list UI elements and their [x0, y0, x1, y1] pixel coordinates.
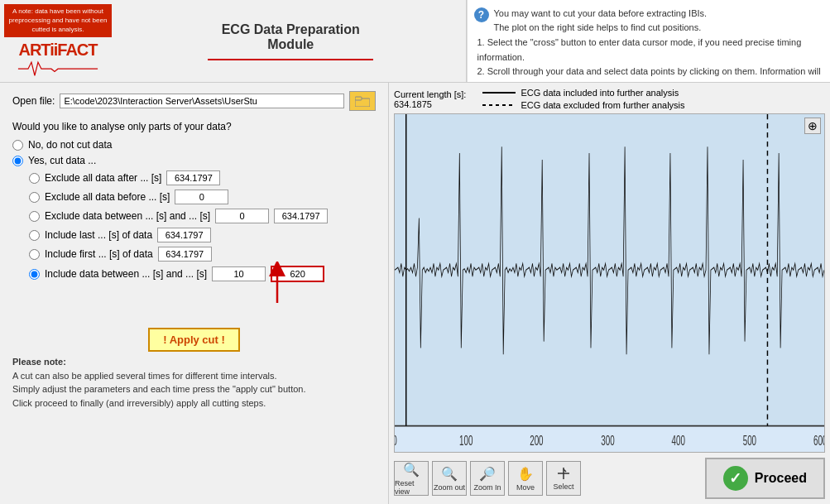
proceed-label: Proceed [755, 471, 807, 486]
option-exclude-between[interactable]: Exclude data between ... [s] and ... [s] [29, 209, 376, 223]
open-file-label: Open file: [12, 95, 55, 107]
proceed-check-icon: ✓ [723, 466, 748, 491]
legend-included: ECG data included into further analysis [482, 88, 684, 98]
exclude-after-label: Exclude all data after ... [s] [45, 172, 161, 184]
option-include-between[interactable]: Include data between ... [s] and ... [s] [29, 266, 376, 282]
exclude-after-input[interactable] [166, 170, 220, 185]
reset-view-button[interactable]: 🔍 Reset view [394, 461, 429, 496]
zoom-in-icon: 🔎 [479, 466, 496, 482]
sub-options: Exclude all data after ... [s] Exclude a… [29, 170, 376, 282]
chart-area: 0 100 200 300 400 500 600 Time [s] ⊕ [394, 113, 825, 453]
logo-area: A note: data have been without preproces… [0, 0, 116, 82]
svg-text:400: 400 [672, 434, 685, 449]
folder-icon [355, 95, 370, 107]
radio-yes-cut[interactable] [12, 156, 23, 166]
svg-text:200: 200 [530, 434, 543, 449]
option-exclude-after[interactable]: Exclude all data after ... [s] [29, 170, 376, 185]
svg-text:0: 0 [395, 434, 397, 449]
zoom-out-icon: 🔍 [441, 466, 458, 482]
include-first-input[interactable] [158, 247, 212, 262]
logo-ecg-line [8, 60, 108, 78]
select-button[interactable]: Select [546, 461, 581, 496]
no-cut-label: No, do not cut data [28, 139, 112, 151]
left-panel: Open file: Would you like to analyse onl… [0, 83, 389, 504]
radio-exclude-before[interactable] [29, 192, 40, 203]
legend-included-label: ECG data included into further analysis [521, 88, 679, 98]
include-last-label: Include last ... [s] of data [45, 229, 152, 241]
ecg-chart: 0 100 200 300 400 500 600 Time [s] [395, 114, 824, 452]
exclude-before-label: Exclude all data before ... [s] [45, 191, 170, 203]
help-step1: 1. Select the "cross" button to enter da… [477, 36, 824, 65]
option-include-first[interactable]: Include first ... [s] of data [29, 247, 376, 262]
zoom-in-label: Zoom In [473, 483, 501, 492]
select-crosshair-icon [556, 466, 571, 481]
note-line1: A cut can also be applied several times … [12, 369, 376, 383]
legend-solid-line [482, 92, 516, 94]
radio-exclude-after[interactable] [29, 173, 40, 184]
option-include-last[interactable]: Include last ... [s] of data [29, 228, 376, 242]
option-yes-cut[interactable]: Yes, cut data ... [12, 155, 376, 166]
current-length-label: Current length [s]: [394, 89, 466, 99]
radio-include-last[interactable] [29, 230, 40, 241]
include-first-label: Include first ... [s] of data [45, 248, 153, 260]
title-line1: ECG Data Preparation [222, 22, 360, 37]
open-file-row: Open file: [12, 91, 376, 111]
question-label: Would you like to analyse only parts of … [12, 121, 376, 132]
chart-header: Current length [s]: 634.1875 ECG data in… [394, 88, 825, 110]
exclude-between-label: Exclude data between ... [s] and ... [s] [45, 210, 210, 222]
radio-include-first[interactable] [29, 249, 40, 260]
help-intro1: You may want to cut your data before ext… [494, 7, 708, 21]
browse-button[interactable] [349, 91, 376, 111]
exclude-before-input[interactable] [175, 190, 228, 204]
svg-text:600: 600 [813, 434, 824, 449]
radio-include-between[interactable] [29, 269, 40, 280]
select-label: Select [553, 482, 573, 491]
option-no-cut[interactable]: No, do not cut data [12, 139, 376, 151]
option-exclude-before[interactable]: Exclude all data before ... [s] [29, 190, 376, 204]
title-line2: Module [267, 37, 314, 52]
title-area: ECG Data Preparation Module [116, 0, 467, 82]
help-step2: 2. Scroll through your data and select d… [477, 65, 824, 82]
reset-view-label: Reset view [395, 479, 428, 496]
chart-toolbar: 🔍 Reset view 🔍 Zoom out 🔎 Zoom In ✋ Move [394, 458, 825, 499]
zoom-out-button[interactable]: 🔍 Zoom out [432, 461, 467, 496]
reset-view-icon: 🔍 [403, 462, 420, 478]
current-length-value: 634.1875 [394, 99, 466, 109]
svg-text:100: 100 [459, 434, 473, 449]
exclude-between-input2[interactable] [274, 209, 328, 223]
logo-text: ARTiiFACT [18, 41, 97, 60]
svg-text:300: 300 [601, 434, 614, 449]
legend-excluded: ECG data excluded from further analysis [482, 100, 684, 110]
note-section: Please note: A cut can also be applied s… [12, 355, 376, 410]
title-divider [208, 59, 373, 60]
proceed-button[interactable]: ✓ Proceed [705, 458, 825, 499]
help-intro2: The plot on the right side helps to find… [494, 21, 708, 35]
include-last-input[interactable] [157, 228, 211, 242]
radio-exclude-between[interactable] [29, 211, 40, 222]
radio-no-cut[interactable] [12, 140, 23, 151]
move-label: Move [516, 483, 535, 492]
zoom-in-chart-button[interactable]: ⊕ [804, 118, 821, 134]
open-file-input[interactable] [60, 94, 344, 108]
exclude-between-input1[interactable] [215, 209, 269, 223]
chart-tools: 🔍 Reset view 🔍 Zoom out 🔎 Zoom In ✋ Move [394, 461, 581, 496]
chart-legend: ECG data included into further analysis … [482, 88, 684, 110]
logo-banner: A note: data have been without preproces… [4, 4, 112, 37]
yes-cut-label: Yes, cut data ... [28, 155, 96, 166]
zoom-in-button[interactable]: 🔎 Zoom In [470, 461, 505, 496]
include-between-label: Include data between ... [s] and ... [s] [45, 268, 207, 280]
note-line3: Click proceed to finally (and irreversib… [12, 396, 376, 410]
move-button[interactable]: ✋ Move [508, 461, 543, 496]
legend-dashed-line [482, 104, 516, 106]
legend-excluded-label: ECG data excluded from further analysis [521, 100, 684, 110]
svg-text:Time [s]: Time [s] [593, 449, 626, 452]
help-icon: ? [474, 7, 489, 22]
apply-cut-button[interactable]: ! Apply cut ! [148, 328, 240, 352]
move-icon: ✋ [517, 466, 534, 482]
red-arrow [252, 262, 302, 303]
zoom-out-label: Zoom out [434, 483, 465, 492]
right-panel: Current length [s]: 634.1875 ECG data in… [389, 83, 830, 504]
help-area: ? You may want to cut your data before e… [467, 0, 831, 82]
note-header: Please note: [12, 357, 66, 367]
svg-text:500: 500 [743, 434, 756, 449]
